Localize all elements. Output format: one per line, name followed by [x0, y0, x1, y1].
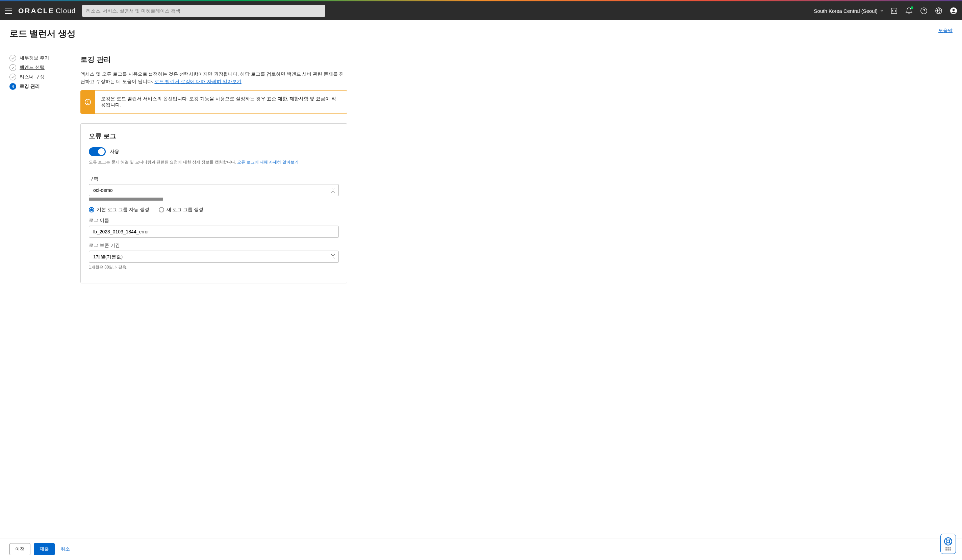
alert-text: 로깅은 로드 밸런서 서비스의 옵션입니다. 로깅 기능을 사용으로 설정하는 … — [95, 90, 347, 113]
step-backend[interactable]: 백엔드 선택 — [10, 64, 74, 71]
help-link[interactable]: 도움말 — [938, 28, 952, 34]
toggle-knob — [98, 148, 105, 155]
logo-product: Cloud — [56, 7, 76, 15]
step-logging[interactable]: 4 로깅 관리 — [10, 83, 74, 90]
toggle-label: 사용 — [110, 148, 119, 155]
svg-point-1 — [921, 8, 927, 14]
retention-field: 로그 보존 기간 1개월(기본값) 1개월은 30일과 같음. — [89, 242, 339, 270]
radio-icon — [89, 207, 94, 213]
check-icon — [10, 74, 16, 81]
step-label: 백엔드 선택 — [19, 65, 45, 71]
radio-label: 기본 로그 그룹 자동 생성 — [97, 207, 149, 213]
wizard-steps: 세부정보 추가 백엔드 선택 리스너 구성 4 로깅 관리 — [10, 55, 74, 283]
hamburger-icon[interactable] — [5, 8, 12, 14]
region-selector[interactable]: South Korea Central (Seoul) — [814, 8, 884, 14]
check-icon — [10, 55, 16, 61]
help-text: 오류 로그는 문제 해결 및 모니터링과 관련된 요청에 대한 상세 정보를 캡… — [89, 160, 339, 165]
notification-dot — [911, 6, 914, 9]
dev-tools-icon[interactable] — [890, 7, 898, 15]
log-group-radio-group: 기본 로그 그룹 자동 생성 새 로그 그룹 생성 — [89, 207, 339, 213]
profile-icon[interactable] — [950, 7, 957, 15]
error-log-learn-more[interactable]: 오류 로그에 대해 자세히 알아보기 — [237, 160, 298, 165]
step-number-icon: 4 — [10, 83, 16, 90]
card-title: 오류 로그 — [89, 132, 339, 140]
error-log-card: 오류 로그 사용 오류 로그는 문제 해결 및 모니터링과 관련된 요청에 대한… — [81, 123, 347, 283]
page-title: 로드 밸런서 생성 — [10, 28, 76, 40]
retention-label: 로그 보존 기간 — [89, 242, 339, 249]
retention-select[interactable]: 1개월(기본값) — [89, 251, 339, 263]
logo-brand: ORACLE — [18, 7, 54, 15]
learn-more-link[interactable]: 로드 밸런서 로깅에 대해 자세히 알아보기 — [154, 79, 241, 84]
compartment-label: 구획 — [89, 176, 339, 182]
svg-point-6 — [952, 9, 955, 11]
check-icon — [10, 64, 16, 71]
compartment-field: 구획 oci-demo — [89, 176, 339, 201]
radio-label: 새 로그 그룹 생성 — [166, 207, 204, 213]
log-name-label: 로그 이름 — [89, 218, 339, 224]
log-name-field: 로그 이름 — [89, 218, 339, 238]
step-label: 리스너 구성 — [19, 74, 45, 80]
bell-icon[interactable] — [905, 7, 913, 15]
help-icon[interactable] — [920, 7, 928, 15]
main-layout: 세부정보 추가 백엔드 선택 리스너 구성 4 로깅 관리 로깅 관리 액세스 … — [0, 47, 962, 317]
section-title: 로깅 관리 — [81, 55, 347, 64]
top-navigation: ORACLE Cloud South Korea Central (Seoul) — [0, 2, 962, 20]
compartment-path-skeleton — [89, 198, 163, 201]
warning-alert: 로깅은 로드 밸런서 서비스의 옵션입니다. 로깅 기능을 사용으로 설정하는 … — [81, 90, 347, 114]
page-header: 로드 밸런서 생성 도움말 — [0, 20, 962, 47]
svg-point-9 — [87, 103, 88, 104]
enable-toggle[interactable] — [89, 147, 106, 156]
compartment-select[interactable]: oci-demo — [89, 184, 339, 196]
section-description: 액세스 및 오류 로그를 사용으로 설정하는 것은 선택사항이지만 권장됩니다.… — [81, 70, 347, 86]
chevron-down-icon — [880, 8, 884, 13]
language-icon[interactable] — [935, 7, 943, 15]
enable-toggle-row: 사용 — [89, 147, 339, 156]
retention-hint: 1개월은 30일과 같음. — [89, 265, 339, 270]
radio-icon — [159, 207, 164, 213]
region-label: South Korea Central (Seoul) — [814, 8, 878, 14]
radio-new-group[interactable]: 새 로그 그룹 생성 — [159, 207, 204, 213]
step-label: 세부정보 추가 — [19, 55, 49, 61]
warning-icon — [81, 90, 95, 113]
topnav-icons — [890, 7, 957, 15]
log-name-input[interactable] — [89, 226, 339, 238]
step-details[interactable]: 세부정보 추가 — [10, 55, 74, 61]
step-listener[interactable]: 리스너 구성 — [10, 74, 74, 81]
step-label: 로깅 관리 — [19, 84, 40, 89]
oracle-logo[interactable]: ORACLE Cloud — [18, 7, 76, 15]
radio-auto-create[interactable]: 기본 로그 그룹 자동 생성 — [89, 207, 149, 213]
search-input[interactable] — [86, 8, 321, 13]
search-box[interactable] — [82, 5, 325, 17]
content-area: 로깅 관리 액세스 및 오류 로그를 사용으로 설정하는 것은 선택사항이지만 … — [81, 55, 347, 283]
